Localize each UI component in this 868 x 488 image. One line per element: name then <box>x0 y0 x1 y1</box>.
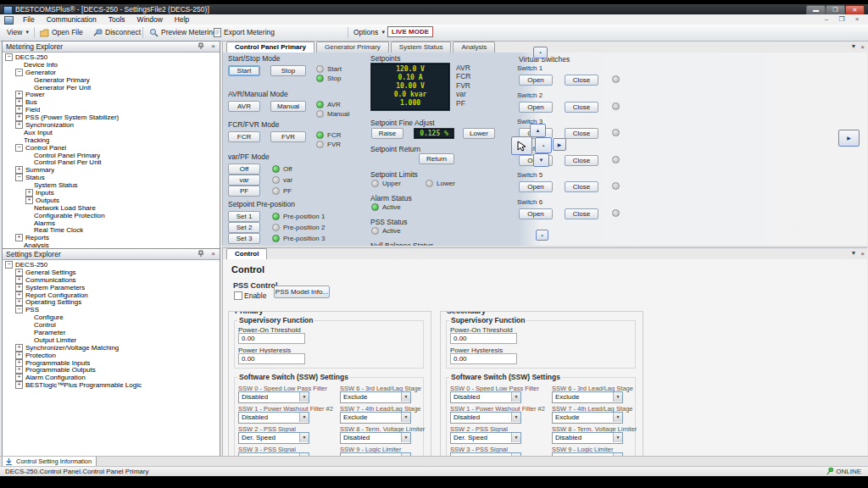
tree-item-status[interactable]: −Status <box>3 174 220 181</box>
export-metering-button[interactable]: Export Metering <box>214 27 275 38</box>
ssw-8-term-voltage-limiter-dropdown[interactable]: Disabled▼ <box>552 432 623 444</box>
tab-control[interactable]: Control <box>226 248 267 260</box>
tree-item-parameter[interactable]: Parameter <box>3 329 220 336</box>
tree-item-programmable-inputs[interactable]: +Programmable Inputs <box>3 359 220 367</box>
tree-item-real-time-clock[interactable]: Real Time Clock <box>3 226 220 234</box>
fcr-button[interactable]: FCR <box>228 131 260 142</box>
tree-item-alarm-configuration[interactable]: +Alarm Configuration <box>3 374 220 381</box>
tree-item-power[interactable]: +Power <box>3 91 220 98</box>
avr-button[interactable]: AVR <box>228 101 260 112</box>
close-icon[interactable]: × <box>209 42 218 51</box>
view-menu-button[interactable]: View▼ <box>7 27 30 38</box>
tree-item-control-panel[interactable]: −Control Panel <box>3 144 220 152</box>
tree-item-decs-250[interactable]: −DECS-250 <box>3 261 220 269</box>
ssw-7-4th-lead-lag-stage-dropdown[interactable]: Exclude▼ <box>340 412 411 424</box>
ssw-8-term-voltage-limiter-dropdown[interactable]: Disabled▼ <box>340 432 411 444</box>
tree-item-protection[interactable]: +Protection <box>3 352 220 359</box>
expand-icon[interactable]: + <box>15 234 23 241</box>
ssw-6-3rd-lead-lag-stage-dropdown[interactable]: Exclude▼ <box>340 391 411 403</box>
tree-item-bestlogic-plus-programmable-logic[interactable]: +BESTlogic™Plus Programmable Logic <box>3 381 220 389</box>
switch-6-close-button[interactable]: Close <box>565 208 598 219</box>
expand-icon[interactable]: + <box>15 269 23 276</box>
raise-button[interactable]: Raise <box>371 128 403 139</box>
set1-button[interactable]: Set 1 <box>228 211 260 222</box>
set2-button[interactable]: Set 2 <box>228 222 260 233</box>
expand-icon[interactable]: + <box>15 366 23 374</box>
ssw-0-speed-low-pass-filter-dropdown[interactable]: Disabled▼ <box>238 391 309 403</box>
switch-5-close-button[interactable]: Close <box>565 181 598 192</box>
tree-item-control-panel-per-unit[interactable]: Control Panel Per Unit <box>3 158 220 166</box>
mdi-restore-icon[interactable]: ❒ <box>836 15 848 24</box>
tree-item-alarms[interactable]: Alarms <box>3 219 220 227</box>
switch-5-open-button[interactable]: Open <box>519 181 553 192</box>
open-file-button[interactable]: Open File <box>40 27 83 38</box>
expand-icon[interactable]: + <box>15 291 23 299</box>
tree-item-generator[interactable]: −Generator <box>3 69 220 76</box>
tree-item-aux-input[interactable]: Aux Input <box>3 129 220 136</box>
var-button[interactable]: var <box>228 175 260 186</box>
collapse-icon[interactable]: − <box>15 306 23 313</box>
set3-button[interactable]: Set 3 <box>228 233 260 244</box>
close-icon[interactable]: × <box>209 250 218 258</box>
switch-3-close-button[interactable]: Close <box>565 128 598 139</box>
power-on-threshold-input[interactable]: 0.00 <box>238 333 305 344</box>
power-on-threshold-input[interactable]: 0.00 <box>450 333 517 344</box>
tree-item-device-info[interactable]: Device Info <box>3 61 220 69</box>
popout-right-icon[interactable]: ▶ <box>838 130 860 147</box>
preview-metering-button[interactable]: Preview Metering <box>149 27 217 38</box>
tree-item-pss[interactable]: −PSS <box>3 306 220 313</box>
menu-help[interactable]: Help <box>169 14 195 25</box>
expand-icon[interactable]: + <box>15 276 23 284</box>
tree-item-inputs[interactable]: +Inputs <box>3 189 220 197</box>
panel-menu-icon[interactable]: ▼ <box>850 43 856 51</box>
ssw-6-3rd-lead-lag-stage-dropdown[interactable]: Exclude▼ <box>552 391 623 403</box>
collapse-icon[interactable]: − <box>15 174 23 181</box>
tree-item-summary[interactable]: +Summary <box>3 166 220 174</box>
tree-item-system-status[interactable]: System Status <box>3 181 220 189</box>
switch-4-close-button[interactable]: Close <box>565 155 598 166</box>
menu-communication[interactable]: Communication <box>41 14 103 25</box>
tab-system-status[interactable]: System Status <box>391 42 452 53</box>
collapse-icon[interactable]: − <box>15 144 23 152</box>
panel-menu-icon[interactable]: ▼ <box>850 250 856 258</box>
tree-item-configurable-protection[interactable]: Configurable Protection <box>3 212 220 219</box>
return-button[interactable]: Return <box>419 153 454 164</box>
tree-item-operating-settings[interactable]: +Operating Settings <box>3 298 220 306</box>
expand-icon[interactable]: + <box>15 121 23 129</box>
menu-tools[interactable]: Tools <box>103 14 131 25</box>
stop-button[interactable]: Stop <box>270 65 306 76</box>
tree-item-field[interactable]: +Field <box>3 106 220 114</box>
expand-icon[interactable]: + <box>25 197 33 204</box>
pin-icon[interactable] <box>196 250 205 258</box>
ssw-1-power-washout-filter-2-dropdown[interactable]: Disabled▼ <box>238 412 309 424</box>
expand-icon[interactable]: + <box>15 298 23 306</box>
menu-file[interactable]: File <box>17 14 41 25</box>
tree-item-programmable-outputs[interactable]: +Programmable Outputs <box>3 366 220 374</box>
tree-item-control-panel-primary[interactable]: Control Panel Primary <box>3 152 220 159</box>
collapse-icon[interactable]: − <box>5 261 13 269</box>
panel-close-icon[interactable]: × <box>860 43 865 51</box>
tree-item-decs-250[interactable]: −DECS-250 <box>3 53 220 61</box>
pf-button[interactable]: PF <box>228 186 260 197</box>
mdi-minimize-icon[interactable]: – <box>821 15 832 24</box>
expand-icon[interactable]: + <box>15 114 23 121</box>
menu-window[interactable]: Window <box>131 14 169 25</box>
expand-icon[interactable]: + <box>15 359 23 367</box>
expand-icon[interactable]: + <box>15 166 23 174</box>
off-button[interactable]: Off <box>228 164 260 175</box>
tree-item-tracking[interactable]: Tracking <box>3 136 220 144</box>
expand-icon[interactable]: + <box>15 344 23 352</box>
expand-icon[interactable]: + <box>15 98 23 106</box>
power-hysteresis-input[interactable]: 0.00 <box>238 353 305 364</box>
tree-item-outputs[interactable]: +Outputs <box>3 197 220 204</box>
expand-icon[interactable]: + <box>15 352 23 359</box>
expand-icon[interactable]: + <box>15 374 23 381</box>
tree-item-generator-per-unit[interactable]: Generator Per Unit <box>3 84 220 92</box>
fvr-button[interactable]: FVR <box>270 131 306 142</box>
options-menu-button[interactable]: Options▼ <box>353 27 386 38</box>
manual-button[interactable]: Manual <box>270 101 306 112</box>
tree-item-output-limiter[interactable]: Output Limiter <box>3 336 220 344</box>
lower-button[interactable]: Lower <box>463 128 495 139</box>
collapse-icon[interactable]: − <box>15 69 23 76</box>
ssw-7-4th-lead-lag-stage-dropdown[interactable]: Exclude▼ <box>552 412 623 424</box>
